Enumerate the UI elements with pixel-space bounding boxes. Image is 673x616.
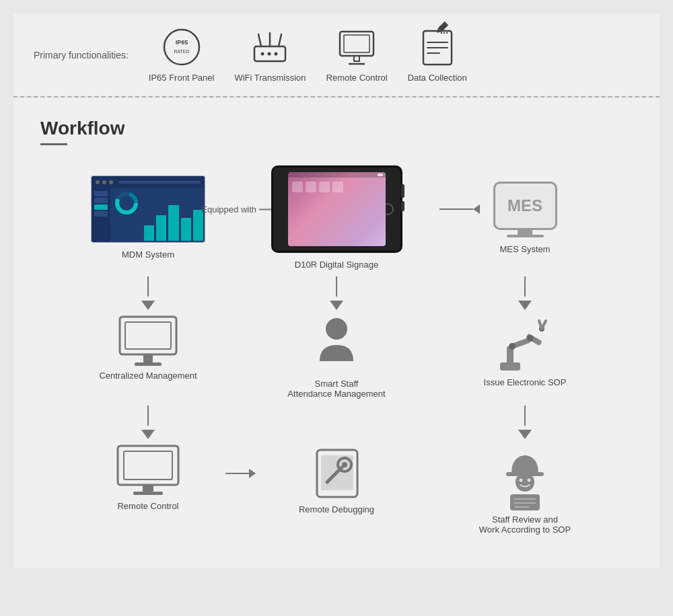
svg-point-33 bbox=[509, 343, 516, 350]
svg-rect-25 bbox=[125, 322, 171, 349]
mes-node: MES MES System bbox=[431, 182, 619, 254]
feature-remote: Remote Control bbox=[326, 27, 388, 83]
svg-point-8 bbox=[268, 52, 271, 56]
equipped-with-label: Equipped with bbox=[201, 204, 256, 215]
workflow-section: Workflow bbox=[13, 98, 660, 568]
central-mgmt-label: Centralized Management bbox=[99, 371, 197, 381]
mes-label: MES System bbox=[499, 244, 550, 254]
arrow-mdm-down bbox=[54, 276, 242, 314]
ip65-label: IP65 Front Panel bbox=[149, 73, 215, 83]
remote-label: Remote Control bbox=[326, 73, 388, 83]
svg-point-48 bbox=[516, 473, 534, 492]
top-section: Primary functionalities: IP65 RATED IP65… bbox=[13, 13, 660, 96]
svg-point-34 bbox=[527, 335, 534, 342]
svg-point-49 bbox=[520, 479, 523, 482]
arrow-sop-down bbox=[431, 406, 619, 443]
wifi-icon bbox=[250, 27, 290, 67]
title-underline bbox=[40, 143, 67, 145]
svg-rect-40 bbox=[143, 485, 153, 492]
d10r-node: D10R Digital Signage bbox=[242, 165, 431, 270]
wifi-label: WiFi Transmission bbox=[234, 73, 306, 83]
mdm-node: Equipped with MDM System bbox=[54, 176, 242, 260]
svg-point-9 bbox=[275, 52, 278, 56]
workflow-title: Workflow bbox=[40, 118, 633, 139]
svg-line-4 bbox=[258, 34, 261, 46]
svg-line-6 bbox=[279, 34, 281, 46]
staff-review-label: Staff Review and Work According to SOP bbox=[479, 514, 571, 535]
remote-control-node: Remote Control bbox=[54, 443, 242, 511]
svg-text:IP65: IP65 bbox=[175, 39, 188, 46]
smart-staff-node: Smart Staff Attendance Management bbox=[242, 314, 431, 399]
feature-ip65: IP65 RATED IP65 Front Panel bbox=[149, 27, 215, 83]
staff-review-node: Staff Review and Work According to SOP bbox=[431, 443, 619, 535]
remote-control-label: Remote Control bbox=[117, 501, 178, 511]
data-label: Data Collection bbox=[408, 73, 467, 83]
ip65-icon: IP65 RATED bbox=[162, 27, 202, 67]
svg-rect-41 bbox=[133, 492, 163, 495]
smart-staff-label: Smart Staff Attendance Management bbox=[287, 379, 385, 399]
remote-debug-label: Remote Debugging bbox=[299, 504, 374, 514]
arrow-mes-down bbox=[431, 276, 619, 314]
svg-point-46 bbox=[342, 462, 347, 467]
primary-label: Primary functionalities: bbox=[34, 50, 129, 61]
svg-point-50 bbox=[528, 479, 531, 482]
svg-line-37 bbox=[542, 321, 546, 329]
feature-data: Data Collection bbox=[408, 27, 467, 83]
d10r-label: D10R Digital Signage bbox=[295, 260, 378, 270]
features-list: IP65 RATED IP65 Front Panel bbox=[149, 27, 467, 83]
electronic-sop-node: Issue Electronic SOP bbox=[431, 314, 619, 387]
svg-rect-27 bbox=[135, 362, 162, 366]
svg-point-7 bbox=[261, 52, 264, 56]
data-collection-icon bbox=[417, 27, 458, 67]
remote-debug-node: Remote Debugging bbox=[242, 443, 431, 514]
svg-text:RATED: RATED bbox=[174, 49, 189, 54]
arrow-d10r-down bbox=[242, 276, 431, 314]
remote-icon bbox=[336, 27, 377, 67]
svg-rect-51 bbox=[510, 494, 540, 510]
svg-point-28 bbox=[326, 318, 347, 340]
svg-rect-39 bbox=[124, 451, 172, 479]
feature-wifi: WiFi Transmission bbox=[234, 27, 306, 83]
mdm-label: MDM System bbox=[122, 249, 174, 260]
svg-rect-11 bbox=[344, 35, 369, 52]
arrow-central-down bbox=[54, 406, 242, 443]
electronic-sop-label: Issue Electronic SOP bbox=[484, 377, 567, 387]
central-mgmt-node: Centralized Management bbox=[54, 314, 242, 381]
svg-point-0 bbox=[164, 30, 199, 65]
arrow-staff-down bbox=[242, 406, 431, 443]
svg-rect-26 bbox=[143, 354, 153, 362]
